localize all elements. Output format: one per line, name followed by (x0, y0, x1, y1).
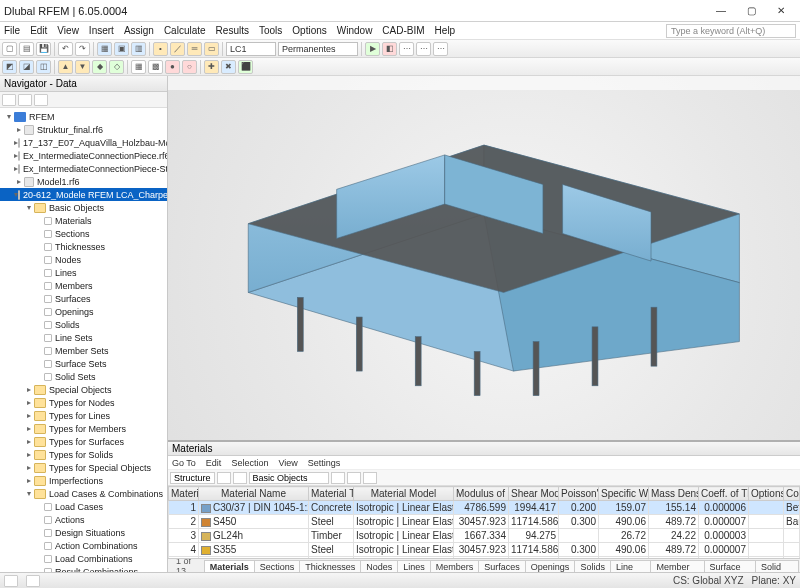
loadset-combo[interactable]: Permanentes (278, 42, 358, 56)
col-header[interactable]: Coeff. of Th. Exp. α [1/°F] (699, 487, 749, 501)
mat-tbtn-3-icon[interactable] (331, 472, 345, 484)
col-header[interactable]: Modulus of Elast. E [ksi] (454, 487, 509, 501)
tool2-8-icon[interactable]: ▦ (131, 60, 146, 74)
table-row[interactable]: 1C30/37 | DIN 1045-1:2008-08ConcreteIsot… (169, 501, 800, 515)
tree-item[interactable]: Surface Sets (0, 357, 167, 370)
mat-tbtn-5-icon[interactable] (363, 472, 377, 484)
tool-top-view-icon[interactable]: ▣ (114, 42, 129, 56)
structure-combo[interactable]: Structure (170, 472, 215, 484)
table-tab[interactable]: Solids (574, 560, 611, 572)
mat-menu-selection[interactable]: Selection (231, 458, 268, 468)
tree-item[interactable]: Solids (0, 318, 167, 331)
maximize-button[interactable]: ▢ (736, 1, 766, 21)
tool-iso-view-icon[interactable]: ▦ (97, 42, 112, 56)
tool-front-view-icon[interactable]: ▥ (131, 42, 146, 56)
nav-btn-3-icon[interactable] (34, 94, 48, 106)
tree-item[interactable]: Design Situations (0, 526, 167, 539)
tree-item[interactable]: Solid Sets (0, 370, 167, 383)
table-row[interactable]: 2S450SteelIsotropic | Linear Elastic3045… (169, 515, 800, 529)
tool2-11-icon[interactable]: ○ (182, 60, 197, 74)
tool-redo-icon[interactable]: ↷ (75, 42, 90, 56)
menu-window[interactable]: Window (337, 25, 373, 36)
table-tab[interactable]: Lines (397, 560, 431, 572)
table-tab[interactable]: Member Sets (650, 560, 704, 572)
tree-item[interactable]: ▸Imperfections (0, 474, 167, 487)
tree-item[interactable]: ▾Load Cases & Combinations (0, 487, 167, 500)
loadcase-combo[interactable]: LC1 (226, 42, 276, 56)
col-header[interactable]: Specific Weight γ [lbf/ft³] (599, 487, 649, 501)
mat-tbtn-2-icon[interactable] (233, 472, 247, 484)
tree-item[interactable]: Result Combinations (0, 565, 167, 572)
minimize-button[interactable]: — (706, 1, 736, 21)
tool-more-2-icon[interactable]: ⋯ (416, 42, 431, 56)
tree-item[interactable]: ▸Types for Solids (0, 448, 167, 461)
mat-menu-view[interactable]: View (278, 458, 297, 468)
tree-item[interactable]: ▸Types for Nodes (0, 396, 167, 409)
materials-table[interactable]: Material No.Material NameMaterial TypeMa… (168, 486, 800, 558)
col-header[interactable]: Mass Density ρ [lb/ft³] (649, 487, 699, 501)
tree-item[interactable]: Actions (0, 513, 167, 526)
col-header[interactable]: Poisson's Ratio ν [-] (559, 487, 599, 501)
tree-item[interactable]: ▸Model1.rf6 (0, 175, 167, 188)
tree-item[interactable]: ▸Types for Surfaces (0, 435, 167, 448)
tree-item[interactable]: Load Combinations (0, 552, 167, 565)
tool2-3-icon[interactable]: ◫ (36, 60, 51, 74)
col-header[interactable]: Material Type (309, 487, 354, 501)
tool2-2-icon[interactable]: ◪ (19, 60, 34, 74)
tree-item[interactable]: Lines (0, 266, 167, 279)
viewport-3d[interactable] (168, 76, 800, 440)
table-row[interactable]: 3GL24hTimberIsotropic | Linear Elastic16… (169, 529, 800, 543)
search-input[interactable]: Type a keyword (Alt+Q) (666, 24, 796, 38)
tree-item[interactable]: Member Sets (0, 344, 167, 357)
tree-item[interactable]: Sections (0, 227, 167, 240)
table-tab[interactable]: Nodes (360, 560, 398, 572)
objects-combo[interactable]: Basic Objects (249, 472, 329, 484)
tree-item[interactable]: ▸17_137_E07_AquaVilla_Holzbau-Modell.rf6 (0, 136, 167, 149)
tree-item[interactable]: ▸Ex_IntermediateConnectionPiece-SteelJoi… (0, 162, 167, 175)
menu-edit[interactable]: Edit (30, 25, 47, 36)
table-tab[interactable]: Thicknesses (299, 560, 361, 572)
col-header[interactable]: Comment (784, 487, 800, 501)
tool-open-icon[interactable]: ▤ (19, 42, 34, 56)
tree-item[interactable]: ▸Ex_IntermediateConnectionPiece.rf6 (0, 149, 167, 162)
menu-cadbim[interactable]: CAD-BIM (382, 25, 424, 36)
menu-results[interactable]: Results (216, 25, 249, 36)
tool-save-icon[interactable]: 💾 (36, 42, 51, 56)
tree-item[interactable]: ▸Types for Members (0, 422, 167, 435)
tree-item[interactable]: ▸Special Objects (0, 383, 167, 396)
table-tab[interactable]: Solid Sets (755, 560, 799, 572)
menu-view[interactable]: View (57, 25, 79, 36)
navigator-tree[interactable]: ▾RFEM▸Struktur_final.rf6▸17_137_E07_Aqua… (0, 108, 167, 572)
tool-node-icon[interactable]: • (153, 42, 168, 56)
tool-member-icon[interactable]: ═ (187, 42, 202, 56)
nav-btn-2-icon[interactable] (18, 94, 32, 106)
tree-item[interactable]: Members (0, 279, 167, 292)
tree-item[interactable]: Nodes (0, 253, 167, 266)
tool2-14-icon[interactable]: ⬛ (238, 60, 253, 74)
tree-item[interactable]: Openings (0, 305, 167, 318)
close-button[interactable]: ✕ (766, 1, 796, 21)
mat-menu-goto[interactable]: Go To (172, 458, 196, 468)
tool-surface-icon[interactable]: ▭ (204, 42, 219, 56)
table-tab[interactable]: Members (430, 560, 480, 572)
col-header[interactable]: Material Name (199, 487, 309, 501)
tool-undo-icon[interactable]: ↶ (58, 42, 73, 56)
table-tab[interactable]: Sections (254, 560, 301, 572)
tree-item[interactable]: ▾20-612_Modele RFEM LCA_Charpente GS.rf5… (0, 188, 167, 201)
sb-btn-1-icon[interactable] (4, 575, 18, 587)
tree-item[interactable]: ▾RFEM (0, 110, 167, 123)
tool2-10-icon[interactable]: ● (165, 60, 180, 74)
table-tab[interactable]: Surface Sets (704, 560, 757, 572)
mat-tbtn-4-icon[interactable] (347, 472, 361, 484)
col-header[interactable]: Shear Modulus G [ksi] (509, 487, 559, 501)
tool2-6-icon[interactable]: ◆ (92, 60, 107, 74)
tree-item[interactable]: ▸Types for Special Objects (0, 461, 167, 474)
materials-tabs[interactable]: 1 of 13 MaterialsSectionsThicknessesNode… (168, 558, 800, 572)
tool2-5-icon[interactable]: ▼ (75, 60, 90, 74)
menu-options[interactable]: Options (292, 25, 326, 36)
tree-item[interactable]: ▸Types for Lines (0, 409, 167, 422)
mat-menu-settings[interactable]: Settings (308, 458, 341, 468)
tree-item[interactable]: Line Sets (0, 331, 167, 344)
table-tab[interactable]: Surfaces (478, 560, 526, 572)
tool2-13-icon[interactable]: ✖ (221, 60, 236, 74)
